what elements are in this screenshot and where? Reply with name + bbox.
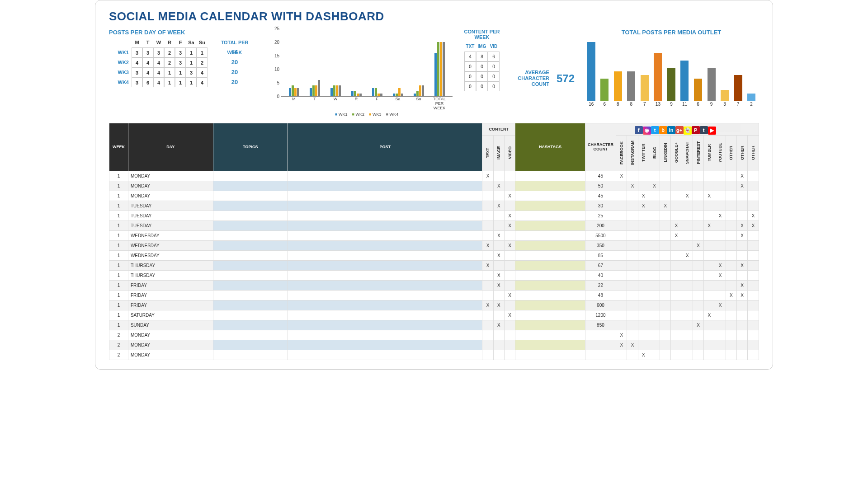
cell-social[interactable] <box>671 270 682 280</box>
cell-social[interactable] <box>660 350 671 360</box>
table-row[interactable]: 1MONDAYX45XXX <box>109 191 759 201</box>
cell-text[interactable]: X <box>482 240 493 250</box>
ppdow-cell[interactable]: 4 <box>153 67 164 77</box>
cell-image[interactable] <box>493 260 504 270</box>
cell-text[interactable] <box>482 270 493 280</box>
cell-week[interactable]: 2 <box>109 340 128 350</box>
cell-image[interactable] <box>493 330 504 340</box>
cell-social[interactable] <box>660 320 671 330</box>
cell-social[interactable] <box>737 270 748 280</box>
cell-social[interactable] <box>682 230 693 240</box>
cell-image[interactable]: X <box>493 320 504 330</box>
ppdow-cell[interactable]: 3 <box>175 57 186 67</box>
cell-social[interactable] <box>715 350 726 360</box>
cell-social[interactable] <box>660 280 671 290</box>
cell-social[interactable] <box>726 211 736 221</box>
cell-social[interactable] <box>638 330 649 340</box>
cell-social[interactable] <box>660 290 671 300</box>
cell-social[interactable] <box>726 171 736 181</box>
cell-hashtags[interactable] <box>515 201 585 211</box>
cell-post[interactable] <box>288 310 482 320</box>
cell-social[interactable] <box>748 320 759 330</box>
cell-social[interactable] <box>693 280 703 290</box>
cell-social[interactable] <box>737 310 748 320</box>
cell-image[interactable] <box>493 350 504 360</box>
ppdow-cell[interactable]: 4 <box>142 67 153 77</box>
cell-social[interactable] <box>660 310 671 320</box>
cell-social[interactable] <box>660 260 671 270</box>
cell-topics[interactable] <box>213 340 288 350</box>
cell-video[interactable] <box>504 330 515 340</box>
cell-social[interactable] <box>748 171 759 181</box>
cell-char-count[interactable]: 50 <box>585 181 616 191</box>
cell-social[interactable] <box>627 201 638 211</box>
cell-video[interactable]: X <box>504 310 515 320</box>
cell-social[interactable] <box>649 250 660 260</box>
cell-week[interactable]: 1 <box>109 300 128 310</box>
cell-hashtags[interactable] <box>515 290 585 300</box>
cell-topics[interactable] <box>213 171 288 181</box>
cell-social[interactable] <box>726 181 736 191</box>
cell-social[interactable] <box>649 270 660 280</box>
cell-week[interactable]: 1 <box>109 280 128 290</box>
cell-text[interactable] <box>482 350 493 360</box>
cell-text[interactable] <box>482 320 493 330</box>
cell-social[interactable] <box>638 320 649 330</box>
cell-social[interactable] <box>638 280 649 290</box>
cell-day[interactable]: WEDNESDAY <box>128 230 213 240</box>
cell-video[interactable] <box>504 181 515 191</box>
cell-social[interactable] <box>682 221 693 230</box>
cell-text[interactable] <box>482 201 493 211</box>
cell-day[interactable]: MONDAY <box>128 191 213 201</box>
cell-social[interactable] <box>693 250 703 260</box>
cell-social[interactable] <box>627 320 638 330</box>
cell-social[interactable]: X <box>693 320 703 330</box>
cell-social[interactable]: X <box>737 290 748 300</box>
cell-image[interactable]: X <box>493 300 504 310</box>
cell-social[interactable] <box>704 211 715 221</box>
cell-day[interactable]: SATURDAY <box>128 310 213 320</box>
cell-social[interactable] <box>715 181 726 191</box>
cell-week[interactable]: 1 <box>109 270 128 280</box>
cell-week[interactable]: 1 <box>109 260 128 270</box>
cell-social[interactable] <box>737 250 748 260</box>
table-row[interactable]: 1FRIDAYX48XX <box>109 290 759 300</box>
cell-hashtags[interactable] <box>515 280 585 290</box>
cell-text[interactable]: X <box>482 300 493 310</box>
cell-day[interactable]: FRIDAY <box>128 300 213 310</box>
cell-post[interactable] <box>288 300 482 310</box>
cell-char-count[interactable]: 600 <box>585 300 616 310</box>
cell-social[interactable] <box>682 171 693 181</box>
cell-post[interactable] <box>288 181 482 191</box>
cell-social[interactable] <box>682 350 693 360</box>
cell-social[interactable] <box>748 250 759 260</box>
cell-text[interactable] <box>482 330 493 340</box>
cell-video[interactable]: X <box>504 221 515 230</box>
cell-social[interactable] <box>704 240 715 250</box>
cell-topics[interactable] <box>213 280 288 290</box>
cell-social[interactable] <box>638 270 649 280</box>
cell-social[interactable] <box>638 181 649 191</box>
cpw-cell[interactable]: 6 <box>488 52 500 61</box>
ppdow-cell[interactable]: 4 <box>153 77 164 87</box>
cell-social[interactable] <box>671 340 682 350</box>
cell-hashtags[interactable] <box>515 340 585 350</box>
cell-day[interactable]: THURSDAY <box>128 270 213 280</box>
cell-social[interactable] <box>627 230 638 240</box>
cell-social[interactable] <box>649 330 660 340</box>
cell-social[interactable] <box>682 320 693 330</box>
cell-social[interactable] <box>748 290 759 300</box>
cell-social[interactable]: X <box>715 300 726 310</box>
cell-social[interactable] <box>638 230 649 240</box>
cell-social[interactable]: X <box>704 310 715 320</box>
cell-social[interactable] <box>748 270 759 280</box>
cell-social[interactable] <box>726 310 736 320</box>
cell-social[interactable] <box>726 320 736 330</box>
cell-social[interactable] <box>671 171 682 181</box>
cell-social[interactable] <box>671 330 682 340</box>
cell-day[interactable]: MONDAY <box>128 340 213 350</box>
cell-social[interactable] <box>726 270 736 280</box>
cell-social[interactable]: X <box>715 270 726 280</box>
cell-social[interactable]: X <box>737 181 748 191</box>
cell-social[interactable] <box>693 330 703 340</box>
